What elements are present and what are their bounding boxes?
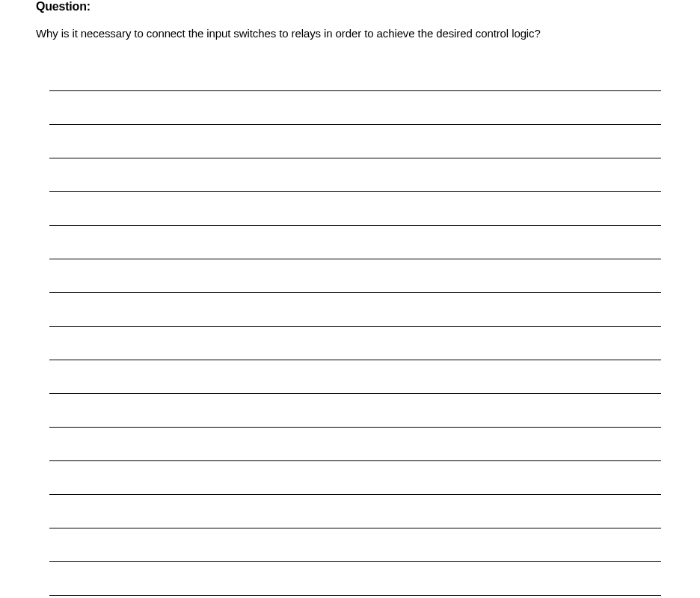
question-heading: Question: (36, 0, 664, 13)
answer-line (49, 192, 661, 226)
answer-line (49, 125, 661, 158)
answer-line (49, 259, 661, 293)
answer-line (49, 158, 661, 192)
answer-line (49, 394, 661, 428)
answer-line (49, 528, 661, 562)
answer-line (49, 327, 661, 360)
answer-line (49, 495, 661, 528)
answer-line (49, 360, 661, 394)
answer-line (49, 461, 661, 495)
answer-line (49, 428, 661, 461)
answer-line (49, 562, 661, 596)
answer-lines-area (36, 58, 664, 596)
question-text: Why is it necessary to connect the input… (36, 27, 664, 40)
answer-line (49, 91, 661, 125)
answer-line (49, 293, 661, 327)
answer-line (49, 58, 661, 91)
answer-line (49, 226, 661, 259)
